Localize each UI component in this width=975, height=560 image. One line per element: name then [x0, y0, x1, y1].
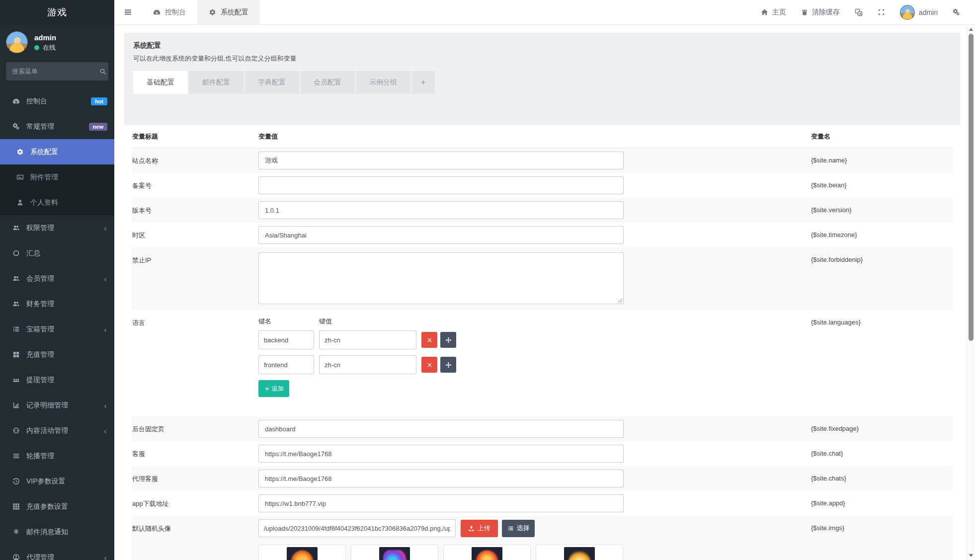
gauge-icon — [11, 97, 21, 105]
upload-button[interactable]: 上传 — [461, 520, 498, 537]
config-input-版本号[interactable] — [258, 201, 624, 219]
avatar-thumbnail-4[interactable]: COKEJOGO — [536, 545, 623, 560]
kv-remove-button[interactable] — [421, 357, 437, 373]
config-input-客服[interactable] — [258, 445, 624, 463]
topbar-tab-控制台[interactable]: 控制台 — [142, 0, 197, 24]
sidebar-item-console[interactable]: 控制台hot — [0, 88, 114, 114]
config-input-时区[interactable] — [258, 226, 624, 244]
config-label: 代理客服 — [132, 466, 258, 483]
sidebar-item-content-activity[interactable]: 内容活动管理‹ — [0, 418, 114, 443]
topbar-tab-系统配置[interactable]: 系统配置 — [197, 0, 260, 24]
add-group-tab[interactable]: + — [411, 71, 435, 94]
sidebar-item-agent[interactable]: 代理管理‹ — [0, 545, 114, 560]
content-area: 系统配置 可以在此增改系统的变量和分组,也可以自定义分组和变量 基础配置邮件配置… — [114, 25, 967, 560]
badge-new: new — [89, 123, 107, 131]
kv-value-input[interactable] — [319, 330, 416, 349]
user-icon — [15, 199, 25, 206]
scrollbar-down-icon[interactable] — [969, 554, 973, 557]
kv-key-input[interactable] — [258, 330, 314, 349]
config-input-站点名称[interactable] — [258, 152, 624, 169]
tab-label: 邮件配置 — [202, 78, 230, 87]
expand-icon — [878, 8, 885, 16]
sidebar-item-system-config[interactable]: 系统配置 — [0, 139, 114, 164]
sidebar-item-label: 邮件消息通知 — [26, 528, 68, 537]
config-row-时区: 时区{$site.timezone} — [132, 223, 953, 247]
kv-remove-button[interactable] — [421, 332, 437, 348]
choose-button[interactable]: 选择 — [502, 520, 535, 537]
topbar-user[interactable]: admin — [900, 5, 938, 20]
col-header-name: 变量名 — [811, 132, 953, 141]
avatar-thumbnail-1[interactable]: COKEJOGO — [258, 545, 346, 560]
config-tab-会员配置[interactable]: 会员配置 — [300, 71, 355, 94]
sidebar-item-label: 附件管理 — [30, 173, 58, 182]
bars-icon — [11, 452, 21, 460]
sidebar-search[interactable] — [6, 62, 108, 80]
kv-key-input[interactable] — [258, 355, 314, 374]
chevron-left-icon: ‹ — [104, 553, 107, 560]
kv-move-button[interactable] — [440, 332, 456, 348]
badge-hot: hot — [91, 97, 107, 105]
config-input-后台固定页[interactable] — [258, 420, 624, 438]
clear-cache-button[interactable]: 清除缓存 — [801, 8, 840, 17]
config-value-cell — [258, 441, 811, 463]
avatar-thumbnail-3[interactable]: COKEJOGO — [443, 545, 531, 560]
fullscreen-button[interactable] — [878, 8, 885, 16]
sidebar-item-recharge[interactable]: 充值管理 — [0, 342, 114, 367]
config-row-app下载地址: app下载地址{$site.appd} — [132, 491, 953, 516]
config-var-name: {$site.timezone} — [811, 223, 953, 239]
search-input[interactable] — [12, 68, 99, 75]
sidebar-item-finance[interactable]: 财务管理 — [0, 291, 114, 317]
col-header-value: 变量值 — [258, 132, 811, 141]
config-row-默认随机头像: 默认随机头像上传选择COKEJOGOCOKEJOGOCOKEJOGOCOKEJO… — [132, 516, 953, 560]
th-large-icon — [11, 351, 21, 358]
avatar-thumbnail-2[interactable]: COKEJOGO — [351, 545, 438, 560]
sidebar-item-vip-params[interactable]: VIP参数设置 — [0, 469, 114, 494]
sidebar-item-label: 权限管理 — [26, 224, 54, 233]
sidebar-item-records[interactable]: 记录明细管理‹ — [0, 393, 114, 418]
sidebar-item-withdraw[interactable]: 提现管理 — [0, 367, 114, 393]
sidebar-item-label: 提现管理 — [26, 376, 54, 385]
sidebar-item-recharge-params[interactable]: 充值参数设置 — [0, 494, 114, 519]
gauge-icon — [153, 8, 161, 16]
config-input-app下载地址[interactable] — [258, 494, 624, 512]
sidebar-item-label: 轮播管理 — [26, 452, 54, 461]
avatar-path-input[interactable] — [258, 519, 456, 537]
choose-label: 选择 — [517, 524, 530, 533]
config-value-cell: 键名键值追加 — [258, 310, 811, 397]
config-input-代理客服[interactable] — [258, 470, 624, 487]
config-value-cell — [258, 466, 811, 487]
sidebar-item-label: 内容活动管理 — [26, 426, 68, 435]
config-tab-邮件配置[interactable]: 邮件配置 — [189, 71, 244, 94]
sidebar-item-mail-notify[interactable]: 邮件消息通知 — [0, 519, 114, 545]
sidebar-toggle-icon[interactable] — [114, 0, 142, 24]
sidebar-item-profile[interactable]: 个人资料 — [0, 190, 114, 215]
home-button[interactable]: 主页 — [761, 8, 786, 17]
kv-append-button[interactable]: 追加 — [258, 380, 289, 397]
config-var-name: {$site.fixedpage} — [811, 416, 953, 432]
config-tab-字典配置[interactable]: 字典配置 — [244, 71, 299, 94]
scrollbar-thumb[interactable] — [969, 34, 974, 341]
sidebar-item-summary[interactable]: 汇总 — [0, 240, 114, 266]
config-value-cell — [258, 173, 811, 194]
sidebar-item-general[interactable]: 常规管理new — [0, 114, 114, 139]
clear-cache-label: 清除缓存 — [812, 8, 840, 17]
cogs-icon — [953, 8, 960, 16]
sidebar-item-treasure[interactable]: 宝箱管理‹ — [0, 317, 114, 342]
sidebar-item-attachments[interactable]: 附件管理 — [0, 164, 114, 190]
sidebar-item-permissions[interactable]: 权限管理‹ — [0, 215, 114, 240]
config-tab-基础配置[interactable]: 基础配置 — [133, 71, 188, 94]
sidebar-item-members[interactable]: 会员管理‹ — [0, 266, 114, 291]
config-group-tabs: 基础配置邮件配置字典配置会员配置示例分组+ — [133, 71, 951, 94]
translate-button[interactable] — [855, 8, 863, 16]
page-scrollbar[interactable] — [967, 25, 975, 560]
settings-button[interactable] — [953, 8, 960, 16]
kv-move-button[interactable] — [440, 357, 456, 373]
config-tab-示例分组[interactable]: 示例分组 — [356, 71, 410, 94]
scrollbar-up-icon[interactable] — [969, 28, 973, 31]
config-textarea-禁止IP[interactable] — [258, 252, 624, 304]
users-icon — [11, 300, 21, 308]
config-input-备案号[interactable] — [258, 176, 624, 194]
chevron-left-icon: ‹ — [104, 426, 107, 435]
kv-value-input[interactable] — [319, 355, 416, 374]
sidebar-item-carousel[interactable]: 轮播管理 — [0, 443, 114, 469]
